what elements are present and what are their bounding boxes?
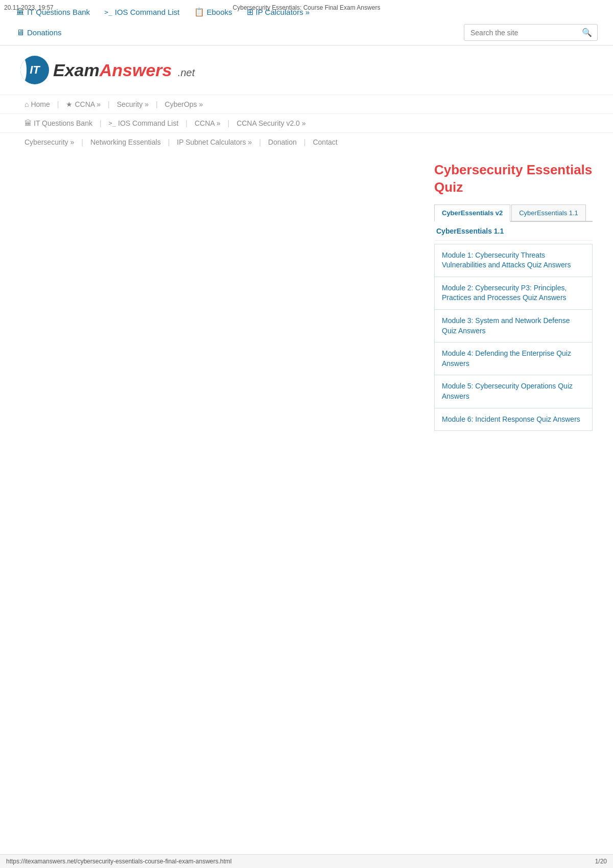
- nav-ebooks-label: Ebooks: [207, 8, 232, 16]
- home-icon: ⌂: [25, 100, 29, 108]
- donations-icon: 🖥: [16, 28, 25, 37]
- nav-cybersecurity[interactable]: Cybersecurity »: [20, 136, 78, 148]
- nav-donation[interactable]: Donation: [264, 136, 301, 148]
- module-item-5[interactable]: Module 5: Cybersecurity Operations Quiz …: [434, 375, 593, 408]
- module-list: Module 1: Cybersecurity Threats Vulnerab…: [434, 244, 593, 431]
- nav-home[interactable]: ⌂ Home: [20, 98, 54, 110]
- sep10: |: [304, 138, 306, 146]
- sep2: |: [108, 100, 110, 108]
- sep4: |: [100, 119, 102, 127]
- search-input[interactable]: [464, 26, 577, 40]
- subtab-header: CyberEssentials 1.1: [434, 222, 593, 241]
- nav-cybersecurity-label: Cybersecurity »: [25, 138, 74, 146]
- nav-ip-subnet[interactable]: IP Subnet Calculators »: [173, 136, 256, 148]
- nav-ip-subnet-label: IP Subnet Calculators »: [177, 138, 252, 146]
- quiz-title: Cybersecurity Essentials Quiz: [434, 162, 593, 196]
- sep7: |: [81, 138, 83, 146]
- nav-donation-label: Donation: [268, 138, 297, 146]
- nav-ccna-security[interactable]: CCNA Security v2.0 »: [232, 117, 310, 129]
- sep3: |: [156, 100, 158, 108]
- search-button[interactable]: 🔍: [577, 25, 597, 40]
- nav-home-label: Home: [31, 100, 50, 108]
- nav-cyberops-label: CyberOps »: [165, 100, 203, 108]
- logo-answers: Answers: [100, 60, 172, 80]
- nav-contact-label: Contact: [313, 138, 337, 146]
- nav-it-questions-bank-2[interactable]: 🏛 IT Questions Bank: [20, 117, 97, 129]
- module-item-4[interactable]: Module 4: Defending the Enterprise Quiz …: [434, 342, 593, 375]
- terminal-icon-2: >_: [109, 120, 116, 127]
- module-item-2[interactable]: Module 2: Cybersecurity P3: Principles, …: [434, 277, 593, 310]
- browser-title: Cybersecurity Essentials: Course Final E…: [233, 4, 381, 11]
- logo-circle: IT: [20, 56, 49, 84]
- nav-donations-label: Donations: [27, 28, 62, 37]
- logo-it-text: IT: [30, 63, 40, 77]
- logo-area: IT ExamAnswers .net: [0, 45, 613, 95]
- logo-net: .net: [178, 67, 195, 78]
- nav-cyberops[interactable]: CyberOps »: [161, 98, 207, 110]
- logo-full-text: ExamAnswers: [53, 60, 177, 80]
- nav-row-1: ⌂ Home | ★ CCNA » | Security » | CyberOp…: [0, 95, 613, 113]
- nav-row-3: Cybersecurity » | Networking Essentials …: [0, 132, 613, 151]
- nav-itqb-label: IT Questions Bank: [34, 119, 92, 127]
- left-column: [20, 162, 419, 431]
- tabs-container: CyberEssentials v2 CyberEssentials 1.1: [434, 204, 593, 222]
- star-icon: ★: [66, 100, 73, 108]
- module-item-1[interactable]: Module 1: Cybersecurity Threats Vulnerab…: [434, 244, 593, 277]
- sep5: |: [185, 119, 187, 127]
- terminal-icon: >_: [104, 8, 112, 16]
- nav-networking-essentials[interactable]: Networking Essentials: [86, 136, 165, 148]
- logo-text-container: ExamAnswers .net: [53, 60, 195, 80]
- nav-ccna-label-2: CCNA »: [195, 119, 221, 127]
- nav-ios-command-list[interactable]: >_ IOS Command List: [98, 5, 185, 19]
- nav-ccna[interactable]: ★ CCNA »: [62, 98, 105, 110]
- sep9: |: [259, 138, 261, 146]
- module-item-6[interactable]: Module 6: Incident Response Quiz Answers: [434, 408, 593, 431]
- logo[interactable]: IT ExamAnswers .net: [20, 56, 195, 84]
- logo-exam: Exam: [53, 60, 100, 80]
- nav-security[interactable]: Security »: [113, 98, 153, 110]
- nav-ios-label-2: IOS Command List: [118, 119, 178, 127]
- nav-ccna-2[interactable]: CCNA »: [191, 117, 225, 129]
- module-item-3[interactable]: Module 3: System and Network Defense Qui…: [434, 310, 593, 342]
- nav-donations[interactable]: 🖥 Donations: [10, 25, 68, 40]
- nav-ccna-label: CCNA »: [75, 100, 101, 108]
- tab-cyber-1-1[interactable]: CyberEssentials 1.1: [511, 204, 586, 221]
- search-bar: 🔍: [464, 24, 598, 41]
- nav-ccna-security-label: CCNA Security v2.0 »: [237, 119, 305, 127]
- nav-security-label: Security »: [117, 100, 149, 108]
- tab-cyber-v2[interactable]: CyberEssentials v2: [434, 204, 510, 222]
- nav-ios-label: IOS Command List: [115, 8, 180, 16]
- bank-icon-2: 🏛: [25, 119, 32, 127]
- sep6: |: [228, 119, 230, 127]
- datetime: 20.11.2023, 19:57: [4, 4, 54, 11]
- nav-row-2: 🏛 IT Questions Bank | >_ IOS Command Lis…: [0, 113, 613, 132]
- right-column: Cybersecurity Essentials Quiz CyberEssen…: [434, 162, 593, 431]
- nav-contact[interactable]: Contact: [309, 136, 341, 148]
- main-content: Cybersecurity Essentials Quiz CyberEssen…: [0, 151, 613, 441]
- nav-ios-2[interactable]: >_ IOS Command List: [105, 117, 183, 129]
- ebook-icon: 📋: [194, 7, 204, 17]
- sep8: |: [168, 138, 170, 146]
- sep1: |: [57, 100, 59, 108]
- nav-ebooks[interactable]: 📋 Ebooks: [188, 4, 239, 20]
- nav-networking-label: Networking Essentials: [90, 138, 161, 146]
